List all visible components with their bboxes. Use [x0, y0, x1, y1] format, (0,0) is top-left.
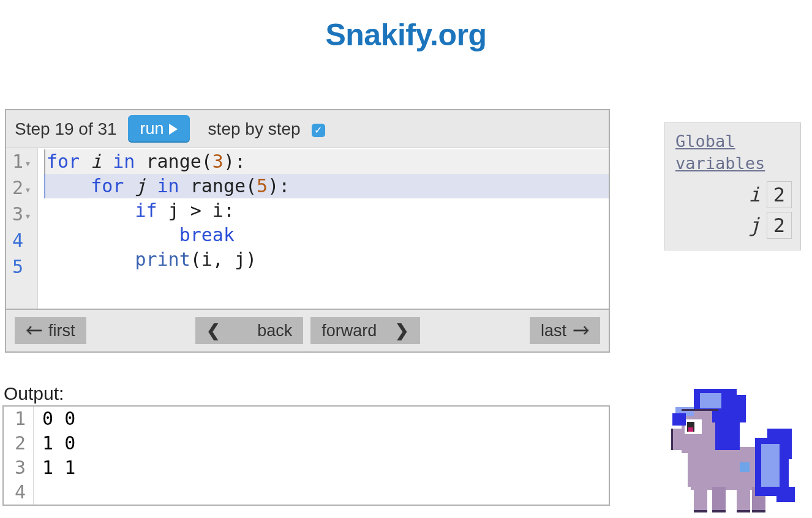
var-value: 2	[767, 212, 792, 239]
last-button[interactable]: last 🡒	[530, 317, 600, 344]
mascot-image	[623, 337, 801, 514]
svg-rect-8	[737, 510, 750, 512]
output-line: 1 1	[42, 456, 75, 480]
svg-rect-7	[712, 510, 726, 512]
line-number: 2	[12, 177, 23, 198]
output-gutter: 1234	[4, 407, 34, 505]
var-row: j 2	[675, 212, 792, 239]
output-box: 1234 0 0 1 0 1 1	[2, 405, 610, 506]
step-nav: 🡐 first ❮ back forward ❯ last 🡒	[6, 309, 609, 351]
svg-rect-22	[672, 413, 686, 426]
output-line: 0 0	[42, 407, 75, 431]
code-line-2-current[interactable]: for j in range(5):	[44, 174, 609, 198]
svg-rect-19	[715, 410, 740, 450]
line-number: 5	[12, 256, 23, 277]
run-label: run	[140, 119, 164, 138]
svg-rect-9	[752, 510, 765, 512]
gutter: 1▾ 2▾ 3▾ 4▾ 5▾	[6, 148, 38, 309]
arrow-left-icon: 🡐	[26, 321, 42, 340]
step-counter: Step 19 of 31	[15, 119, 117, 139]
svg-rect-26	[776, 487, 795, 502]
svg-rect-29	[671, 429, 673, 450]
first-button[interactable]: 🡐 first	[15, 317, 86, 344]
code-editor[interactable]: 1▾ 2▾ 3▾ 4▾ 5▾ for i in range(3): for j …	[6, 148, 609, 309]
svg-rect-1	[688, 450, 761, 487]
forward-button[interactable]: forward ❯	[310, 317, 420, 344]
chevron-left-icon: ❮	[206, 321, 220, 340]
step-by-step-label: step by step	[208, 119, 301, 139]
svg-rect-15	[688, 427, 693, 432]
line-number: 3	[12, 203, 23, 225]
code-body[interactable]: for i in range(3): for j in range(5): if…	[38, 148, 609, 309]
fold-icon[interactable]: ▾	[24, 183, 31, 196]
arrow-right-icon: 🡒	[573, 321, 589, 340]
var-value: 2	[767, 181, 792, 208]
first-label: first	[48, 321, 75, 340]
line-number: 4	[12, 230, 23, 251]
svg-rect-27	[740, 462, 750, 472]
site-title: Snakify.org	[0, 17, 812, 53]
svg-rect-4	[737, 487, 750, 511]
globals-table: i 2 j 2	[675, 181, 792, 239]
svg-rect-16	[695, 422, 698, 425]
svg-rect-2	[694, 487, 707, 511]
output-area: Output: 1234 0 0 1 0 1 1	[2, 378, 610, 506]
code-line-1[interactable]: for i in range(3):	[44, 149, 609, 174]
code-line-3[interactable]: if j > i:	[44, 198, 609, 223]
var-name: i	[748, 183, 760, 206]
code-line-5[interactable]: print(i, j)	[44, 247, 609, 272]
globals-title[interactable]: Global variables	[675, 130, 792, 175]
back-button[interactable]: ❮ back	[195, 317, 303, 344]
play-icon	[169, 124, 178, 135]
chevron-right-icon: ❯	[395, 321, 409, 340]
output-line: 1 0	[42, 431, 75, 456]
code-line-4[interactable]: break	[44, 223, 609, 247]
run-button[interactable]: run	[128, 115, 190, 143]
svg-rect-28	[682, 409, 718, 411]
back-label: back	[257, 321, 292, 340]
line-number: 1	[12, 151, 23, 172]
output-label: Output:	[4, 383, 610, 404]
output-body: 0 0 1 0 1 1	[34, 407, 75, 505]
editor-panel: Step 19 of 31 run step by step ✓ 1▾ 2▾ 3…	[5, 109, 610, 353]
svg-rect-25	[761, 444, 780, 487]
globals-panel: Global variables i 2 j 2	[664, 122, 801, 250]
svg-rect-3	[712, 487, 726, 511]
svg-rect-20	[700, 393, 721, 408]
last-label: last	[541, 321, 566, 340]
fold-icon[interactable]: ▾	[24, 157, 31, 170]
toolbar: Step 19 of 31 run step by step ✓	[6, 110, 609, 148]
step-by-step-checkbox[interactable]: ✓	[312, 124, 325, 137]
svg-rect-6	[694, 510, 707, 512]
var-name: j	[748, 214, 760, 237]
fold-icon[interactable]: ▾	[24, 209, 31, 222]
forward-label: forward	[321, 321, 377, 340]
var-row: i 2	[675, 181, 792, 208]
